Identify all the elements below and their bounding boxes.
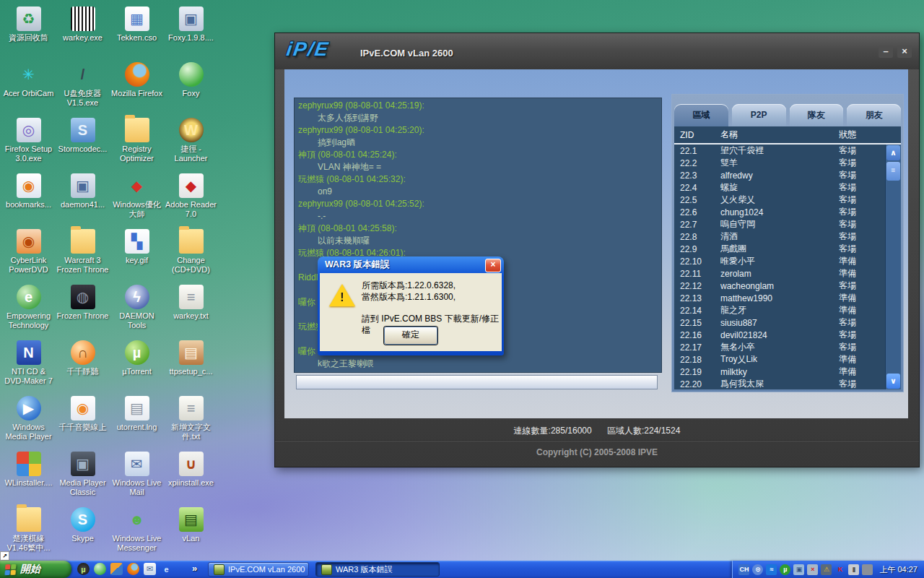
table-row[interactable]: 22.8 清酒 客場 bbox=[674, 230, 901, 243]
table-row[interactable]: 22.10 唯愛小平 準備 bbox=[674, 255, 901, 267]
desktop-icon-recycle-bin[interactable]: ♻ ↗ 資源回收筒 bbox=[1, 3, 56, 59]
desktop-icon-warkey-exe[interactable]: ↗ warkey.exe bbox=[56, 3, 110, 59]
desktop-icon-empowering-technology[interactable]: e ↗ Empowering Technology bbox=[1, 281, 56, 337]
taskbar-clock[interactable]: 上午 04:27 bbox=[879, 564, 918, 575]
desktop-icon-stormcodec[interactable]: S ↗ Stormcodec... bbox=[56, 114, 110, 170]
ok-button[interactable]: 確定 bbox=[384, 327, 437, 345]
desktop-icon-cyberlink-powerdvd[interactable]: ◉ ↗ CyberLink PowerDVD bbox=[1, 225, 56, 281]
scroll-thumb[interactable]: ≡ bbox=[886, 162, 900, 181]
tray-network-icon[interactable]: ▣ bbox=[793, 564, 804, 575]
tab-friends[interactable]: 朋友 bbox=[847, 104, 901, 126]
table-row[interactable]: 22.20 爲何我太屎 客場 bbox=[674, 378, 901, 389]
table-row[interactable]: 22.4 螺旋 客場 bbox=[674, 181, 901, 194]
quicklaunch-media-icon[interactable] bbox=[110, 563, 123, 575]
table-row[interactable]: 22.11 zerolam 準備 bbox=[674, 267, 901, 280]
desktop-icon-daemon-tools[interactable]: ϟ ↗ DAEMON Tools bbox=[110, 281, 164, 337]
desktop-icon-ttplayer[interactable]: ∩ ↗ 千千靜聽 bbox=[56, 337, 110, 392]
desktop-icon-launcher-shortcut[interactable]: W ↗ 捷徑 - Launcher bbox=[164, 114, 218, 170]
table-row[interactable]: 22.13 matthew1990 準備 bbox=[674, 292, 901, 304]
desktop-icon-windows-media-player[interactable]: ▶ ↗ Windows Media Player bbox=[1, 392, 56, 448]
desktop-icon-chuhan-chess[interactable]: ↗ 楚漢棋緣 V1.46繁中... bbox=[1, 504, 56, 559]
quick-launch-chevron-icon[interactable]: » bbox=[192, 563, 197, 574]
desktop-icon-ttpsetup[interactable]: ▤ ↗ ttpsetup_c... bbox=[164, 337, 218, 392]
tray-scheduler-icon[interactable]: ⊙ bbox=[752, 564, 763, 575]
tray-kaspersky-icon[interactable]: K bbox=[834, 564, 845, 575]
table-row[interactable]: 22.3 alfredwy 客場 bbox=[674, 169, 901, 181]
table-row[interactable]: 22.9 馬戲團 客場 bbox=[674, 243, 901, 255]
desktop-icon-adobe-reader[interactable]: ◆ ↗ Adobe Reader 7.0 bbox=[164, 170, 218, 225]
desktop-icon-xpiinstall[interactable]: ∪ ↗ xpiinstall.exe bbox=[164, 448, 218, 504]
desktop-icon-change-cd-dvd[interactable]: ↗ Change (CD+DVD) bbox=[164, 225, 218, 281]
tray-language-indicator[interactable]: CH bbox=[738, 564, 749, 575]
tab-zone[interactable]: 區域 bbox=[674, 104, 728, 126]
table-row[interactable]: 22.17 無名小卒 客場 bbox=[674, 341, 901, 353]
desktop-icon-acer-orbicam[interactable]: ✳ ↗ Acer OrbiCam bbox=[1, 59, 56, 114]
desktop-icon-utorrent-lng[interactable]: ▤ ↗ utorrent.lng bbox=[110, 392, 164, 448]
desktop-icon-warcraft3-folder[interactable]: ↗ Warcraft 3 Frozen Throne bbox=[56, 225, 110, 281]
table-row[interactable]: 22.6 chung1024 客場 bbox=[674, 206, 901, 218]
desktop-icon-daemon41[interactable]: ▣ ↗ daemon41... bbox=[56, 170, 110, 225]
quicklaunch-ie-icon[interactable]: e bbox=[160, 563, 173, 575]
table-row[interactable]: 22.18 Troy乂Lik 準備 bbox=[674, 353, 901, 366]
icon-label: utorrent.lng bbox=[117, 423, 157, 432]
desktop-icon-firefox-setup[interactable]: ◎ ↗ Firefox Setup 3.0.exe bbox=[1, 114, 56, 170]
desktop-icon-vlan[interactable]: ▤ ↗ vLan bbox=[164, 504, 218, 559]
desktop-icon-foxy[interactable]: ↗ Foxy bbox=[164, 59, 218, 114]
table-row[interactable]: 22.1 望穴千袋裡 客場 bbox=[674, 144, 901, 157]
desktop-icon-frozen-throne[interactable]: ◍ ↗ Frozen Throne bbox=[56, 281, 110, 337]
tray-utorrent-icon[interactable]: µ bbox=[780, 564, 790, 575]
desktop-icon-windows-youhua-dashi[interactable]: ◆ ↗ Windows優化大師 bbox=[110, 170, 164, 225]
taskbar-button-war3-error[interactable]: WAR3 版本錯誤 bbox=[315, 562, 440, 577]
desktop-icon-utorrent[interactable]: µ ↗ µTorrent bbox=[110, 337, 164, 392]
desktop-icon-windows-live-messenger[interactable]: ☻ ↗ Windows Live Messenger bbox=[110, 504, 164, 559]
table-row[interactable]: 22.12 wacheonglam 客場 bbox=[674, 280, 901, 292]
icon-label: U盘免疫器 V1.5.exe bbox=[56, 89, 109, 108]
table-row[interactable]: 22.16 devil021824 客場 bbox=[674, 329, 901, 341]
table-row[interactable]: 22.2 雙羊 客場 bbox=[674, 157, 901, 169]
tray-network-disconnected-icon[interactable]: × bbox=[807, 564, 818, 575]
table-row[interactable]: 22.15 siusiu887 客場 bbox=[674, 316, 901, 329]
desktop-icon-mozilla-firefox[interactable]: ↗ Mozilla Firefox bbox=[110, 59, 164, 114]
dialog-close-button[interactable]: × bbox=[485, 259, 501, 272]
desktop-icon-warkey-txt[interactable]: ≡ ↗ warkey.txt bbox=[164, 281, 218, 337]
tab-teammates[interactable]: 隊友 bbox=[790, 104, 844, 126]
table-row[interactable]: 22.14 龍之牙 準備 bbox=[674, 304, 901, 316]
quicklaunch-mail-icon[interactable]: ✉ bbox=[144, 563, 156, 575]
desktop-icon-ttplayer-online[interactable]: ◉ ↗ 千千音樂線上 bbox=[56, 392, 110, 448]
desktop-icon-skype[interactable]: S ↗ Skype bbox=[56, 504, 110, 559]
icon-image: µ bbox=[125, 340, 149, 365]
tray-display-icon[interactable] bbox=[862, 564, 873, 575]
windows-flag-icon bbox=[4, 564, 16, 575]
minimize-button[interactable]: – bbox=[879, 46, 893, 58]
desktop-icon-wlinstaller[interactable]: ↗ WLinstaller.... bbox=[1, 448, 56, 504]
icon-image: ∩ bbox=[71, 340, 95, 365]
chat-input[interactable] bbox=[296, 375, 658, 389]
tray-alert-icon[interactable]: ⚠ bbox=[821, 564, 832, 575]
desktop-icon-windows-live-mail[interactable]: ✉ ↗ Windows Live Mail bbox=[110, 448, 164, 504]
close-button[interactable]: × bbox=[897, 46, 912, 58]
roster-scrollbar[interactable]: ∧ ≡ ∨ bbox=[885, 144, 901, 389]
table-row[interactable]: 22.5 乂火柴乂 客場 bbox=[674, 194, 901, 206]
desktop-icon-usb-immunizer[interactable]: / ↗ U盘免疫器 V1.5.exe bbox=[56, 59, 110, 114]
scroll-up-button[interactable]: ∧ bbox=[886, 145, 900, 160]
quicklaunch-foxy-icon[interactable] bbox=[94, 563, 106, 575]
quicklaunch-firefox-icon[interactable] bbox=[127, 563, 139, 575]
desktop-icon-bookmarks[interactable]: ◉ ↗ bookmarks... bbox=[1, 170, 56, 225]
tab-p2p[interactable]: P2P bbox=[732, 104, 786, 126]
table-row[interactable]: 22.7 嗚自守閊 客場 bbox=[674, 218, 901, 230]
quicklaunch-utorrent-icon[interactable]: µ bbox=[77, 563, 90, 575]
tray-wave-icon[interactable]: ≈ bbox=[766, 564, 777, 575]
desktop-icon-registry-optimizer[interactable]: ↗ Registry Optimizer bbox=[110, 114, 164, 170]
desktop-icon-nti-cd-dvd-maker[interactable]: N ↗ NTI CD & DVD-Maker 7 bbox=[1, 337, 56, 392]
desktop-icon-foxy-installer[interactable]: ▣ ↗ Foxy.1.9.8.... bbox=[164, 3, 218, 59]
scroll-down-button[interactable]: ∨ bbox=[886, 374, 900, 389]
desktop-icon-media-player-classic[interactable]: ▣ ↗ Media Player Classic bbox=[56, 448, 110, 504]
desktop-icon-key-gif[interactable]: ▚ ↗ key.gif bbox=[110, 225, 164, 281]
tray-power-plug-icon[interactable]: ▮ bbox=[848, 564, 859, 575]
table-row[interactable]: 22.19 milktky 準備 bbox=[674, 366, 901, 378]
icon-label: Empowering Technology bbox=[2, 311, 55, 330]
taskbar-button-ipve[interactable]: IPvE.COM vLan 2600 bbox=[208, 562, 309, 577]
start-button[interactable]: 開始 bbox=[0, 561, 71, 578]
desktop-icon-new-text-file[interactable]: ≡ ↗ 新增文字文件.txt bbox=[164, 392, 218, 448]
desktop-icon-tekken-cso[interactable]: ▦ ↗ Tekken.cso bbox=[110, 3, 164, 59]
